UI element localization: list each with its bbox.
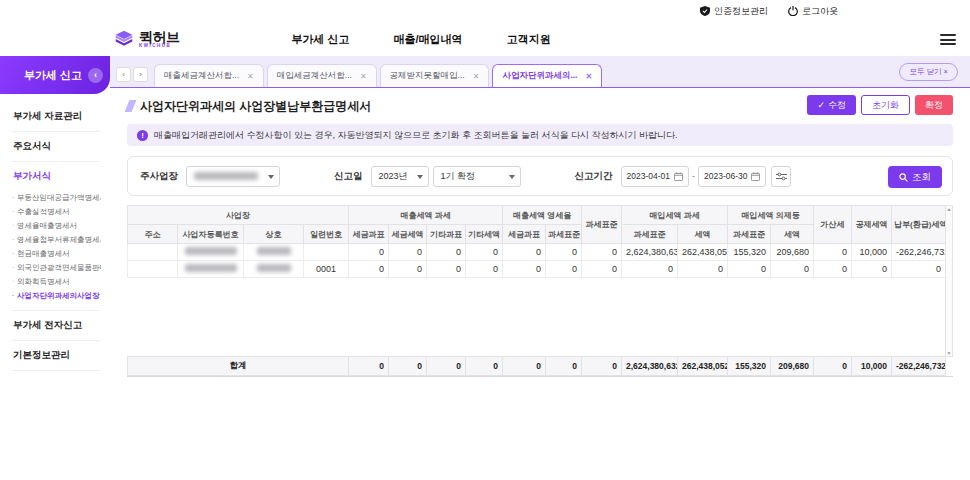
tab-0[interactable]: 매출세금계산서합...✕ bbox=[154, 64, 264, 87]
cell-address[interactable] bbox=[128, 244, 178, 261]
nav-item-1[interactable]: 매출/매입내역 bbox=[394, 32, 463, 47]
tab-close-icon[interactable]: ✕ bbox=[473, 72, 480, 81]
search-button[interactable]: 조회 bbox=[888, 166, 942, 188]
cell-serial[interactable] bbox=[304, 244, 349, 261]
tab-2[interactable]: 공제받지못할매입...✕ bbox=[380, 64, 490, 87]
cell-value[interactable]: 0 bbox=[427, 261, 466, 278]
cell-value[interactable]: 0 bbox=[466, 261, 503, 278]
total-value: 155,320 bbox=[728, 357, 771, 376]
sidebar-form-item-0[interactable]: 부동산임대공급가액명세서 bbox=[12, 191, 101, 205]
cell-value[interactable]: 0 bbox=[892, 261, 946, 278]
column-group-header: 매출세액 영세율 bbox=[503, 206, 582, 225]
tab-close-icon[interactable]: ✕ bbox=[360, 72, 367, 81]
cell-serial[interactable]: 0001 bbox=[304, 261, 349, 278]
cell-value[interactable]: 0 bbox=[389, 261, 427, 278]
sidebar-form-item-2[interactable]: 영세율매출명세서 bbox=[12, 219, 101, 233]
cell-value[interactable]: 262,438,052 bbox=[678, 244, 728, 261]
cell-value[interactable]: 0 bbox=[814, 261, 852, 278]
reset-button[interactable]: 초기화 bbox=[861, 95, 910, 115]
cell-value[interactable]: 0 bbox=[622, 261, 678, 278]
total-value: 10,000 bbox=[852, 357, 892, 376]
main-nav: 부가세 신고매출/매입내역고객지원 bbox=[292, 32, 551, 47]
tab-label: 매출세금계산서합... bbox=[164, 70, 239, 82]
cell-value[interactable]: 0 bbox=[503, 261, 546, 278]
tab-3[interactable]: 사업자단위과세의...✕ bbox=[492, 64, 602, 87]
cell-value[interactable]: 0 bbox=[389, 244, 427, 261]
cell-value[interactable]: 2,624,380,632 bbox=[622, 244, 678, 261]
cell-value[interactable]: 0 bbox=[546, 244, 582, 261]
sidebar-form-item-6[interactable]: 외화획득명세서 bbox=[12, 275, 101, 289]
cell-value[interactable]: 0 bbox=[771, 261, 814, 278]
cell-company[interactable] bbox=[244, 261, 304, 278]
nav-item-2[interactable]: 고객지원 bbox=[507, 32, 551, 47]
menu-icon[interactable] bbox=[940, 34, 956, 45]
period-select[interactable]: 1기 확정 bbox=[433, 166, 521, 187]
period-options-button[interactable] bbox=[771, 166, 791, 187]
scroll-down-icon[interactable]: ▼ bbox=[947, 350, 952, 356]
cell-value[interactable]: 0 bbox=[582, 244, 622, 261]
cell-value[interactable]: 0 bbox=[466, 244, 503, 261]
nav-item-0[interactable]: 부가세 신고 bbox=[292, 32, 350, 47]
cell-reg-no[interactable] bbox=[178, 244, 244, 261]
shield-check-icon bbox=[700, 6, 710, 16]
date-to-input[interactable]: 2023-06-30 bbox=[698, 166, 766, 187]
logo[interactable]: 퀵허브 KWICHUB bbox=[114, 29, 180, 49]
cell-value[interactable]: 0 bbox=[349, 261, 389, 278]
tab-1[interactable]: 매입세금계산서합...✕ bbox=[267, 64, 377, 87]
cell-company[interactable] bbox=[244, 244, 304, 261]
blurred-value bbox=[194, 172, 258, 180]
sidebar-form-item-3[interactable]: 영세율첨부서류제출명세서 bbox=[12, 233, 101, 247]
scroll-up-icon[interactable]: ▲ bbox=[947, 206, 952, 212]
column-header: 상호 bbox=[244, 225, 304, 244]
edit-button[interactable]: ✓ 수정 bbox=[807, 95, 856, 115]
statement-table-area: 사업장매출세액 과세매출세액 영세율과세표준매입세액 과세매입세액 의제등가산세… bbox=[127, 205, 953, 377]
cell-value[interactable]: 155,320 bbox=[728, 244, 771, 261]
date-from-input[interactable]: 2023-04-01 bbox=[621, 166, 689, 187]
logo-text: 퀵허브 bbox=[139, 30, 180, 44]
tab-close-icon[interactable]: ✕ bbox=[585, 72, 592, 81]
cell-value[interactable]: 0 bbox=[814, 244, 852, 261]
sidebar-form-item-1[interactable]: 수출실적명세서 bbox=[12, 205, 101, 219]
sidebar-item-0[interactable]: 부가세 자료관리 bbox=[12, 102, 101, 132]
sidebar-item-1[interactable]: 주요서식 bbox=[12, 132, 101, 162]
sidebar-item-bottom-1[interactable]: 기본정보관리 bbox=[12, 341, 101, 371]
cell-value[interactable]: 0 bbox=[728, 261, 771, 278]
total-value: 0 bbox=[466, 357, 503, 376]
date-range-separator: - bbox=[692, 171, 695, 181]
cell-value[interactable]: 209,680 bbox=[771, 244, 814, 261]
cell-value[interactable]: 0 bbox=[678, 261, 728, 278]
cell-value[interactable]: -262,246,732 bbox=[892, 244, 946, 261]
table-row: 00000002,624,380,632262,438,052155,32020… bbox=[128, 244, 946, 261]
tab-scroll-right-icon[interactable]: › bbox=[133, 67, 148, 82]
sidebar: 부가세 신고 부가세 자료관리주요서식부가서식부동산임대공급가액명세서수출실적명… bbox=[0, 56, 110, 480]
column-header: 과세표준 bbox=[546, 225, 582, 244]
table-scrollbar[interactable]: ▲ ▼ bbox=[945, 205, 953, 357]
cell-value[interactable]: 10,000 bbox=[852, 244, 892, 261]
sidebar-item-bottom-0[interactable]: 부가세 전자신고 bbox=[12, 311, 101, 341]
auth-info-label: 인증정보관리 bbox=[714, 5, 768, 18]
confirm-button[interactable]: 확정 bbox=[915, 95, 953, 115]
report-period-label: 신고기간 bbox=[575, 170, 613, 183]
sidebar-header: 부가세 신고 bbox=[0, 56, 110, 94]
main-workplace-select[interactable] bbox=[186, 166, 280, 187]
year-select[interactable]: 2023년 bbox=[371, 166, 429, 187]
logout-link[interactable]: 로그아웃 bbox=[788, 5, 838, 18]
cell-value[interactable]: 0 bbox=[582, 261, 622, 278]
cell-value[interactable]: 0 bbox=[852, 261, 892, 278]
auth-info-link[interactable]: 인증정보관리 bbox=[700, 5, 768, 18]
tab-scroll-left-icon[interactable]: ‹ bbox=[116, 67, 131, 82]
sidebar-item-forms[interactable]: 부가서식 bbox=[12, 162, 101, 191]
cell-value[interactable]: 0 bbox=[503, 244, 546, 261]
cell-address[interactable] bbox=[128, 261, 178, 278]
tab-close-icon[interactable]: ✕ bbox=[247, 72, 254, 81]
main-panel: ‹ › 매출세금계산서합...✕매입세금계산서합...✕공제받지못할매입...✕… bbox=[110, 56, 970, 480]
sidebar-collapse-button[interactable] bbox=[88, 68, 103, 83]
cell-value[interactable]: 0 bbox=[427, 244, 466, 261]
cell-value[interactable]: 0 bbox=[546, 261, 582, 278]
cell-reg-no[interactable] bbox=[178, 261, 244, 278]
sidebar-form-item-5[interactable]: 외국인관광객면세물품판매및환급 bbox=[12, 261, 101, 275]
close-all-tabs-button[interactable]: 모두 닫기 × bbox=[899, 63, 958, 81]
sidebar-form-item-7[interactable]: 사업자단위과세의사업장 bbox=[12, 289, 101, 303]
cell-value[interactable]: 0 bbox=[349, 244, 389, 261]
sidebar-form-item-4[interactable]: 현금매출명세서 bbox=[12, 247, 101, 261]
